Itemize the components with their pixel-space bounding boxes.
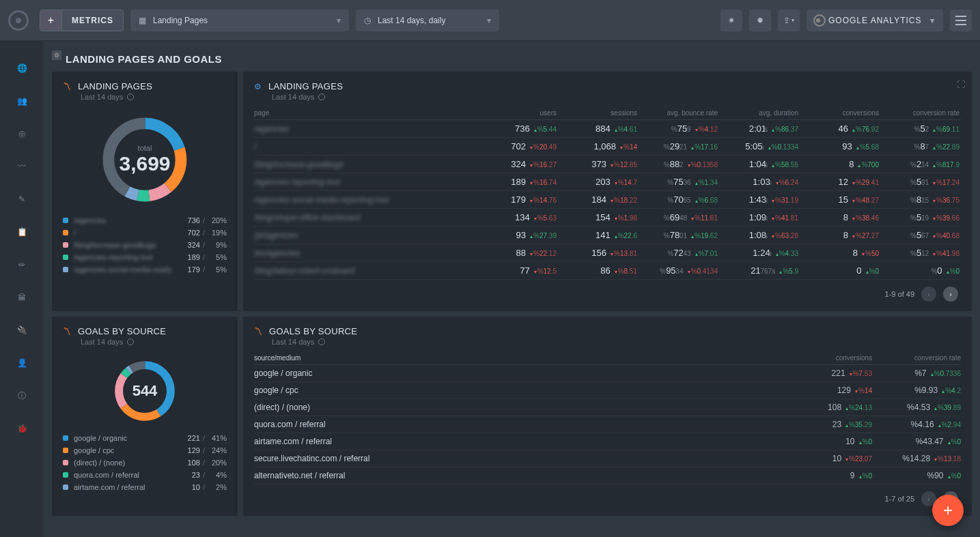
- cell-value: 1:03s: [753, 177, 771, 187]
- col-header: conversions: [800, 109, 880, 117]
- cell-value: 324: [511, 159, 526, 169]
- table-row[interactable]: /blog/increase-goodbugs324▾%16.27373▾%12…: [254, 156, 961, 173]
- delta: ▴%27.39: [530, 232, 557, 240]
- toolbar-button-2[interactable]: ✹: [749, 10, 771, 31]
- table-row[interactable]: alternativeto.net / referral9▴%0%90▴%0: [254, 467, 961, 484]
- cell-value: 8: [843, 230, 848, 240]
- table-row[interactable]: /blog/labour-intent-croboard77▾%12.586▾%…: [254, 262, 961, 280]
- gear-icon[interactable]: ⚙: [52, 50, 61, 60]
- card-title: GOALS BY SOURCE: [269, 326, 357, 336]
- delta: ▴%0.7336: [931, 370, 962, 377]
- nav-users-icon[interactable]: 👥: [15, 94, 29, 108]
- toolbar-button-1[interactable]: ✷: [720, 10, 742, 31]
- delta: ▴%2.94: [938, 421, 961, 429]
- table-row[interactable]: /blog/shape-office-dashboard134▾%5.63154…: [254, 209, 961, 227]
- cell-value: %5.67: [912, 230, 929, 240]
- table-row[interactable]: /agencies-social-media-reporting-tool179…: [254, 191, 961, 209]
- bug-icon: ✹: [757, 16, 764, 25]
- col-header: users: [477, 109, 558, 117]
- legend-name: quora.com / referral: [74, 471, 188, 479]
- cell-value: %5.91: [912, 177, 929, 187]
- legend-name: airtame.com / referral: [74, 483, 188, 491]
- nav-info-icon[interactable]: ⓘ: [15, 389, 29, 403]
- cell-page: /agencies-reporting-tool: [254, 177, 477, 187]
- legend-name: /agencies-reporting-tool: [74, 253, 184, 261]
- share-button[interactable]: ⇪▾: [778, 10, 800, 31]
- delta: ▾%6.24: [776, 179, 798, 186]
- delta: ▴%6.68: [695, 197, 718, 204]
- card-subtitle: Last 14 days: [81, 93, 123, 101]
- legend-swatch: [63, 242, 68, 248]
- table-row[interactable]: google / organic221▾%7.53%7▴%0.7336: [254, 365, 961, 382]
- card-subtitle: Last 14 days: [272, 338, 314, 346]
- delta: ▴%58.55: [772, 161, 798, 169]
- cell-value: 8: [849, 159, 854, 169]
- legend-swatch: [63, 448, 68, 453]
- section-title-text: LANDING PAGES AND GOALS: [66, 53, 222, 65]
- delta: ▾%12.85: [611, 161, 637, 169]
- page-next-button[interactable]: ›: [943, 287, 958, 302]
- nav-debug-icon[interactable]: 🐞: [15, 422, 29, 435]
- table-row[interactable]: airtame.com / referral10▴%0%43.47▴%0: [254, 433, 961, 450]
- analytics-icon: 〽: [63, 82, 71, 91]
- cell-value: %2.14: [912, 159, 929, 169]
- table-row[interactable]: quora.com / referral23▴%35.29%4.16▴%2.94: [254, 416, 961, 433]
- cell-value: %90: [927, 471, 944, 480]
- legend-swatch: [63, 484, 68, 490]
- nav-clipboard-icon[interactable]: 📋: [15, 225, 29, 239]
- nav-plug-icon[interactable]: 🔌: [15, 323, 29, 337]
- nav-edit-icon[interactable]: ✎: [15, 192, 29, 206]
- delta: ▴%700: [858, 161, 879, 169]
- cell-value: 93: [842, 141, 852, 151]
- expand-icon[interactable]: ⛶: [957, 80, 965, 89]
- donut-total-value: 3,699: [119, 152, 170, 175]
- fab-add-button[interactable]: +: [932, 495, 964, 526]
- delta: ▾%50: [862, 250, 879, 257]
- menu-button[interactable]: [950, 10, 972, 31]
- datasource-select[interactable]: GOOGLE ANALYTICS ▾: [807, 10, 943, 31]
- cell-value: 156: [591, 248, 606, 258]
- col-header: page: [254, 109, 477, 117]
- table-row[interactable]: /es/agencies88▾%22.12156▾%13.81%72.43▴%7…: [254, 244, 961, 262]
- add-metrics-label: METRICS: [62, 16, 123, 25]
- table-row[interactable]: /agencies736▴%5.44884▴%4.61%75.9▾%4.122:…: [254, 120, 961, 138]
- dimension-select[interactable]: ▦ Landing Pages ▾: [130, 10, 349, 31]
- cell-source: alternativeto.net / referral: [254, 471, 783, 480]
- goals-donut: 544: [111, 357, 179, 425]
- share-icon: ⇪: [783, 16, 790, 25]
- cell-value: %29.21: [666, 141, 687, 151]
- delta: ▾%18.22: [611, 197, 637, 204]
- delta: ▾%13.18: [934, 455, 961, 463]
- legend-name: (direct) / (none): [74, 459, 184, 467]
- table-row[interactable]: (direct) / (none)108▴%24.13%4.53▴%39.89: [254, 399, 961, 416]
- cell-value: %72.43: [669, 248, 690, 258]
- cell-value: 736: [515, 124, 530, 134]
- cell-value: %9.93: [914, 386, 938, 395]
- nav-target-icon[interactable]: ◎: [15, 127, 29, 141]
- clock-icon: [318, 93, 325, 100]
- legend-row: (direct) / (none) 108 / 20%: [63, 456, 227, 469]
- legend-name: /agencies-social-media-ready: [74, 265, 184, 274]
- cell-value: %5.2: [916, 124, 929, 134]
- date-range-select[interactable]: ◷ Last 14 days, daily ▾: [356, 10, 499, 31]
- nav-account-icon[interactable]: 👤: [15, 356, 29, 370]
- nav-globe-icon[interactable]: 🌐: [15, 61, 29, 75]
- page-prev-button[interactable]: ‹: [921, 287, 936, 302]
- table-row[interactable]: /pt/agencies93▴%27.39141▴%22.6%78.01▴%19…: [254, 227, 961, 244]
- donut-total-label: total: [138, 144, 152, 152]
- table-row[interactable]: /702▾%20.491,068▾%14%29.21▴%17.165:05s▴%…: [254, 138, 961, 156]
- goals-donut-card: 〽 GOALS BY SOURCE Last 14 days 544: [52, 317, 238, 516]
- cell-value: %78.01: [666, 230, 687, 240]
- nav-bank-icon[interactable]: 🏛: [15, 291, 29, 304]
- legend-value: 702: [188, 229, 200, 237]
- table-row[interactable]: /agencies-reporting-tool189▾%16.74203▾%1…: [254, 173, 961, 191]
- legend-swatch: [63, 460, 68, 465]
- delta: ▾%20.49: [530, 143, 557, 151]
- table-row[interactable]: google / cpc129▾%14%9.93▴%4.2: [254, 382, 961, 399]
- legend-row: airtame.com / referral 10 / 2%: [63, 481, 227, 493]
- nav-wand-icon[interactable]: ✏: [15, 258, 29, 272]
- table-row[interactable]: secure.livechatinc.com / referral10▾%23.…: [254, 450, 961, 467]
- add-metrics-button[interactable]: + METRICS: [40, 10, 124, 31]
- cell-page: /pt/agencies: [254, 231, 477, 240]
- nav-graph-icon[interactable]: 〰: [15, 160, 29, 173]
